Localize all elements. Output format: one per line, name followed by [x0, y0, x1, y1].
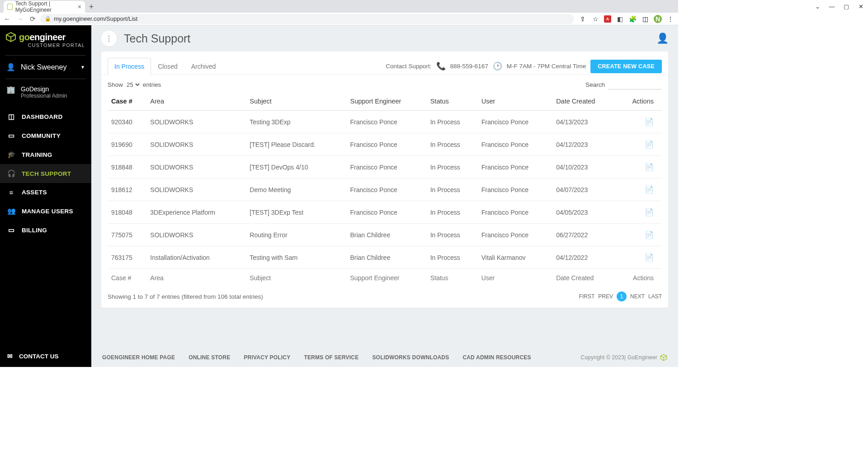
- pager-page[interactable]: 1: [617, 291, 627, 301]
- favicon-icon: [7, 4, 13, 10]
- cell-engineer: Francisco Ponce: [346, 133, 426, 156]
- address-bar[interactable]: 🔒 my.goengineer.com/Support/List: [40, 14, 574, 24]
- col-status[interactable]: Status: [427, 92, 478, 111]
- user-menu[interactable]: 👤 Nick Sweeney ▼: [0, 58, 91, 76]
- col-support-engineer[interactable]: Support Engineer: [346, 92, 426, 111]
- cell-user: Francisco Ponce: [478, 133, 552, 156]
- more-button[interactable]: ⋮: [101, 31, 117, 46]
- entries-select[interactable]: 25: [125, 81, 141, 89]
- document-icon[interactable]: 📄: [645, 118, 654, 126]
- cell-case: 918848: [108, 156, 146, 179]
- cell-date: 04/10/2023: [552, 156, 616, 179]
- sidebar-item-training[interactable]: 🎓TRAINING: [0, 145, 91, 164]
- browser-chrome: Tech Support | MyGoEngineer × + ⌄ — ▢ ✕ …: [0, 0, 678, 25]
- showing-text: Showing 1 to 7 of 7 entries (filtered fr…: [108, 293, 263, 300]
- contact-us-button[interactable]: ✉ CONTACT US: [0, 345, 91, 367]
- ext-icon[interactable]: ◧: [616, 15, 624, 23]
- clock-icon: 🕑: [493, 61, 502, 71]
- footer-link[interactable]: ONLINE STORE: [189, 354, 230, 361]
- fcol: Case #: [108, 269, 146, 287]
- fcol: Actions: [616, 269, 662, 287]
- new-tab-button[interactable]: +: [85, 1, 98, 13]
- lock-icon: 🔒: [45, 16, 51, 22]
- logo[interactable]: goengineer CUSTOMER PORTAL: [0, 25, 91, 52]
- cell-user: Francisco Ponce: [478, 179, 552, 201]
- back-icon[interactable]: ←: [4, 15, 10, 23]
- share-icon[interactable]: ⇪: [579, 15, 587, 23]
- sidebar-item-assets[interactable]: ≡ASSETS: [0, 183, 91, 202]
- document-icon[interactable]: 📄: [645, 186, 654, 193]
- col-date-created[interactable]: Date Created: [552, 92, 616, 111]
- cell-subject: [TEST] Please Discard.: [246, 133, 346, 156]
- sidebar-item-manage-users[interactable]: 👥MANAGE USERS: [0, 202, 91, 221]
- cases-card: In ProcessClosedArchived Contact Support…: [101, 52, 668, 308]
- tab-in-process[interactable]: In Process: [108, 58, 151, 75]
- sidebar-nav: ◫DASHBOARD▭COMMUNITY🎓TRAINING🎧TECH SUPPO…: [0, 107, 91, 240]
- document-icon[interactable]: 📄: [645, 141, 654, 148]
- sidebar-item-tech-support[interactable]: 🎧TECH SUPPORT: [0, 164, 91, 183]
- star-icon[interactable]: ☆: [591, 15, 599, 23]
- document-icon[interactable]: 📄: [645, 231, 654, 239]
- reload-icon[interactable]: ⟳: [30, 15, 36, 23]
- table-row: 919690 SOLIDWORKS [TEST] Please Discard.…: [108, 133, 662, 156]
- browser-tab[interactable]: Tech Support | MyGoEngineer ×: [4, 1, 85, 13]
- account-icon[interactable]: 👤: [656, 33, 668, 44]
- footer-link[interactable]: CAD ADMIN RESOURCES: [462, 354, 531, 361]
- cell-area: SOLIDWORKS: [146, 224, 246, 246]
- footer-link[interactable]: TERMS OF SERVICE: [304, 354, 359, 361]
- table-row: 918048 3DExperience Platform [TEST] 3DEx…: [108, 201, 662, 224]
- cell-subject: Routing Error: [246, 224, 346, 246]
- nav-label: ASSETS: [22, 189, 47, 196]
- extensions-icon[interactable]: 🧩: [628, 15, 637, 23]
- footer-link[interactable]: SOLIDWORKS DOWNLOADS: [372, 354, 449, 361]
- col-case-[interactable]: Case #: [108, 92, 146, 111]
- cell-status: In Process: [427, 111, 478, 133]
- nav-icon: ≡: [7, 188, 15, 196]
- pager-next[interactable]: NEXT: [630, 293, 645, 300]
- user-icon: 👤: [6, 63, 15, 71]
- col-subject[interactable]: Subject: [246, 92, 346, 111]
- portal-subtitle: CUSTOMER PORTAL: [5, 42, 86, 48]
- cell-subject: Demo Meeting: [246, 179, 346, 201]
- col-area[interactable]: Area: [146, 92, 246, 111]
- tab-close-icon[interactable]: ×: [78, 3, 81, 10]
- tab-archived[interactable]: Archived: [184, 58, 222, 75]
- pager-last[interactable]: LAST: [648, 293, 662, 300]
- search-input[interactable]: [608, 80, 662, 89]
- sidebar-item-dashboard[interactable]: ◫DASHBOARD: [0, 107, 91, 126]
- cell-engineer: Francisco Ponce: [346, 111, 426, 133]
- panel-icon[interactable]: ◫: [641, 15, 649, 23]
- entries-label: entries: [143, 81, 161, 88]
- page-title: Tech Support: [124, 32, 190, 45]
- nav-label: BILLING: [22, 227, 47, 234]
- phone-icon: 📞: [436, 61, 446, 71]
- document-icon[interactable]: 📄: [645, 254, 654, 261]
- cube-icon: [5, 32, 16, 42]
- pager-prev[interactable]: PREV: [598, 293, 613, 300]
- document-icon[interactable]: 📄: [645, 208, 654, 216]
- cell-engineer: Brian Childree: [346, 224, 426, 246]
- pager-first[interactable]: FIRST: [579, 293, 595, 300]
- pdf-ext-icon[interactable]: A: [604, 15, 611, 23]
- col-actions[interactable]: Actions: [616, 92, 662, 111]
- sidebar-item-billing[interactable]: ▭BILLING: [0, 221, 91, 240]
- col-user[interactable]: User: [478, 92, 552, 111]
- tab-closed[interactable]: Closed: [151, 58, 184, 75]
- mail-icon: ✉: [7, 352, 13, 360]
- cell-actions: 📄: [616, 201, 662, 224]
- create-new-case-button[interactable]: CREATE NEW CASE: [590, 60, 662, 73]
- footer: GOENGINEER HOME PAGEONLINE STOREPRIVACY …: [91, 348, 678, 367]
- cell-case: 775075: [108, 224, 146, 246]
- footer-link[interactable]: PRIVACY POLICY: [244, 354, 290, 361]
- footer-link[interactable]: GOENGINEER HOME PAGE: [102, 354, 175, 361]
- cell-area: SOLIDWORKS: [146, 156, 246, 179]
- sidebar-item-community[interactable]: ▭COMMUNITY: [0, 126, 91, 145]
- logo-rest: engineer: [29, 32, 65, 42]
- cell-user: Francisco Ponce: [478, 111, 552, 133]
- cell-status: In Process: [427, 246, 478, 269]
- profile-avatar[interactable]: N: [654, 15, 662, 23]
- document-icon[interactable]: 📄: [645, 163, 654, 171]
- menu-icon[interactable]: ⋮: [666, 15, 675, 23]
- cell-engineer: Francisco Ponce: [346, 156, 426, 179]
- forward-icon[interactable]: →: [17, 15, 24, 23]
